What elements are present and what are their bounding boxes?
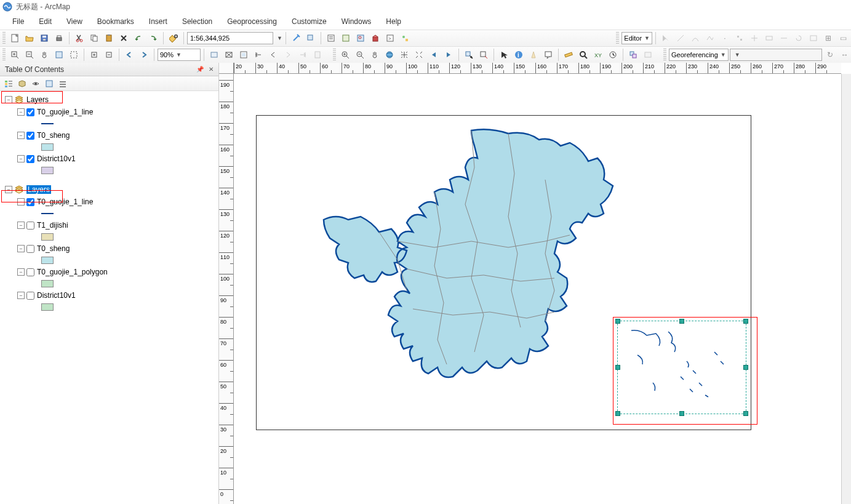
layer-label[interactable]: T0_guojie_1_polygon	[37, 268, 108, 276]
layer-swatch[interactable]	[41, 303, 54, 311]
layer-swatch-row[interactable]	[0, 255, 218, 266]
layer-swatch[interactable]	[41, 123, 54, 124]
fixed-zoom-in-button[interactable]	[398, 48, 411, 62]
layer-row[interactable]: −T0_guojie_1_line	[0, 106, 218, 118]
menu-view[interactable]: View	[60, 15, 89, 28]
zoom-percent-dropdown[interactable]: 90%▼	[158, 49, 201, 61]
layer-swatch-row[interactable]	[0, 142, 218, 153]
toc-list-by-source-icon[interactable]	[16, 78, 28, 90]
layer-row[interactable]: −District10v1	[0, 289, 218, 302]
layer-checkbox[interactable]	[26, 132, 34, 140]
cut-button[interactable]	[73, 31, 86, 45]
fixed-zoom-out-button[interactable]	[412, 48, 426, 62]
layer-swatch[interactable]	[41, 167, 54, 174]
catalog-button[interactable]	[339, 31, 353, 45]
measure-button[interactable]	[562, 48, 575, 62]
layer-row[interactable]: −T0_guojie_1_line	[0, 196, 218, 208]
china-map[interactable]	[299, 118, 644, 426]
python-button[interactable]: >	[383, 31, 397, 45]
menu-insert[interactable]: Insert	[143, 15, 174, 28]
layout-next-extent[interactable]	[137, 48, 151, 62]
select-elements-button[interactable]	[497, 48, 511, 62]
canvas-area[interactable]: 2030405060708090100110120130140150160170…	[219, 63, 851, 504]
menu-geoprocessing[interactable]: Geoprocessing	[221, 15, 283, 28]
layer-swatch[interactable]	[41, 280, 54, 287]
layer-row[interactable]: −T1_dijishi	[0, 219, 218, 231]
toggle-draft-button[interactable]	[207, 48, 221, 62]
layout-prev-extent[interactable]	[122, 48, 136, 62]
georeferencing-dropdown[interactable]: Georeferencing▼	[669, 49, 729, 61]
menu-windows[interactable]: Windows	[335, 15, 378, 28]
layer-swatch[interactable]	[41, 257, 54, 264]
dataframe-row[interactable]: −Layers	[0, 183, 218, 196]
layer-checkbox[interactable]	[26, 198, 34, 206]
layer-swatch-row[interactable]	[0, 278, 218, 289]
layer-row[interactable]: −T0_guojie_1_polygon	[0, 266, 218, 278]
layer-checkbox[interactable]	[26, 245, 34, 253]
menu-file[interactable]: File	[6, 15, 30, 28]
toc-list-by-selection-icon[interactable]	[43, 78, 55, 90]
collapse-icon[interactable]: −	[17, 155, 25, 162]
vertical-scrollbar[interactable]	[841, 74, 851, 504]
findxy-button[interactable]: XY	[591, 48, 605, 62]
time-slider-button[interactable]	[606, 48, 620, 62]
scale-dropdown-arrow[interactable]: ▼	[277, 35, 282, 41]
layer-swatch-row[interactable]	[0, 165, 218, 176]
data-driven-first[interactable]	[252, 48, 265, 62]
menu-edit[interactable]: Edit	[33, 15, 58, 28]
layer-label[interactable]: District10v1	[37, 291, 76, 300]
collapse-icon[interactable]: −	[5, 96, 12, 103]
layer-swatch-row[interactable]	[0, 302, 218, 313]
pan-button[interactable]	[368, 48, 382, 62]
toc-options-icon[interactable]	[57, 78, 69, 90]
find-tool-button[interactable]	[577, 48, 590, 62]
new-button[interactable]	[8, 31, 22, 45]
layout-fixed-zoom-in[interactable]	[87, 48, 101, 62]
layer-swatch-row[interactable]	[0, 118, 218, 129]
go-back-button[interactable]	[427, 48, 441, 62]
layout-zoom-out-button[interactable]	[23, 48, 36, 62]
scale-input[interactable]	[187, 32, 273, 44]
menu-help[interactable]: Help	[380, 15, 407, 28]
toc-pin-icon[interactable]: 📌	[195, 65, 205, 74]
menu-bookmarks[interactable]: Bookmarks	[91, 15, 140, 28]
toc-button[interactable]	[324, 31, 338, 45]
layer-checkbox[interactable]	[26, 292, 34, 300]
identify-button[interactable]: i	[512, 48, 525, 62]
collapse-icon[interactable]: −	[17, 292, 25, 299]
model-button[interactable]	[398, 31, 412, 45]
layer-swatch[interactable]	[41, 213, 54, 214]
layer-checkbox[interactable]	[26, 108, 34, 116]
arctoolbox-button[interactable]	[369, 31, 382, 45]
save-button[interactable]	[38, 31, 51, 45]
inset-selection-box[interactable]	[617, 321, 746, 414]
toc-close-icon[interactable]: ✕	[206, 65, 216, 74]
search-button[interactable]	[354, 31, 367, 45]
delete-button[interactable]	[117, 31, 130, 45]
layout-fixed-zoom-out[interactable]	[102, 48, 116, 62]
layout-zoom-in-button[interactable]	[8, 48, 22, 62]
collapse-icon[interactable]: −	[17, 268, 25, 276]
create-viewer-button[interactable]	[626, 48, 640, 62]
dataframe-label[interactable]: Layers	[26, 95, 49, 104]
zoom-in-button[interactable]	[338, 48, 352, 62]
layer-swatch-row[interactable]	[0, 231, 218, 242]
toc-tree[interactable]: −Layers−T0_guojie_1_line−T0_sheng−Distri…	[0, 91, 218, 504]
toc-list-by-drawing-icon[interactable]	[2, 78, 15, 90]
layout-zoom-100-button[interactable]	[67, 48, 81, 62]
layer-label[interactable]: T0_sheng	[37, 244, 70, 253]
redo-button[interactable]	[146, 31, 160, 45]
copy-button[interactable]	[87, 31, 101, 45]
collapse-icon[interactable]: −	[17, 132, 25, 139]
layer-row[interactable]: −T0_sheng	[0, 129, 218, 142]
layer-checkbox[interactable]	[26, 222, 34, 230]
collapse-icon[interactable]: −	[17, 222, 25, 229]
menu-selection[interactable]: Selection	[176, 15, 218, 28]
html-popup-button[interactable]	[541, 48, 555, 62]
add-data-button[interactable]	[167, 31, 180, 45]
layer-swatch[interactable]	[41, 233, 54, 241]
zoom-out-button[interactable]	[353, 48, 367, 62]
layer-label[interactable]: T0_guojie_1_line	[37, 198, 93, 206]
layout-zoom-whole-button[interactable]	[52, 48, 66, 62]
layer-swatch-row[interactable]	[0, 208, 218, 219]
